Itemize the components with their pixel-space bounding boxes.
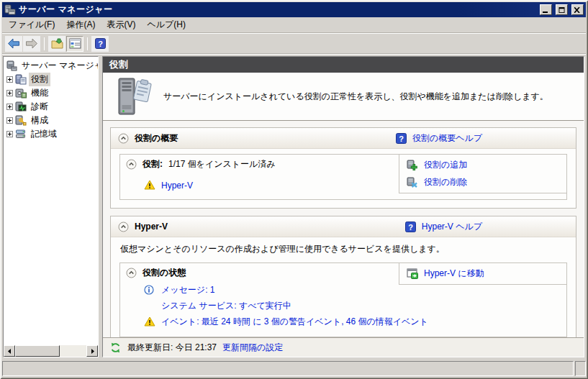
hyperv-description: 仮想マシンとそのリソースの作成および管理に使用できるサービスを提供します。 [111, 237, 576, 257]
help-button[interactable]: ? [91, 36, 109, 52]
hyperv-header: Hyper-V ? Hyper-V ヘルプ [111, 216, 576, 237]
scroll-left-button[interactable] [4, 345, 15, 357]
svg-text:?: ? [408, 222, 413, 231]
hyperv-help-link[interactable]: Hyper-V ヘルプ [422, 221, 482, 233]
maximize-button[interactable] [556, 4, 568, 15]
sidebar-item-features-label: 機能 [29, 86, 50, 100]
storage-icon [15, 129, 27, 140]
roles-count-label: 役割: [143, 158, 163, 170]
features-icon [15, 88, 27, 99]
scroll-right-button[interactable] [86, 345, 98, 357]
tree-horizontal-scrollbar [4, 345, 98, 357]
collapse-chevron-icon[interactable] [126, 268, 137, 278]
expand-plus-icon[interactable] [6, 117, 13, 124]
add-role-link[interactable]: 役割の追加 [424, 159, 467, 171]
status-rows: メッセージ: 1 システム サービス: すべて実行中 イベント: 最近 24 時… [120, 283, 566, 337]
page-description: サーバーにインストールされている役割の正常性を表示し、役割や機能を追加または削除… [163, 91, 548, 103]
status-bar [2, 360, 586, 377]
sidebar-item-diagnostics-label: 診断 [29, 100, 50, 114]
goto-hyperv-action[interactable]: Hyper-V に移動 [407, 268, 559, 280]
roles-count-value: 1/17 個をインストール済み [168, 158, 276, 170]
sidebar-item-storage[interactable]: 記憶域 [4, 127, 97, 141]
expand-plus-icon[interactable] [6, 90, 13, 96]
events-link[interactable]: イベント: 最近 24 時間 に 3 個の警告イベント, 46 個の情報イベント [161, 316, 428, 328]
content-area: 役割の概要 ? 役割の概要ヘルプ [103, 121, 584, 337]
server-manager-window: サーバー マネージャー ファイル(F) 操作(A) 表示(V) ヘルプ(H) [0, 0, 588, 379]
menu-view[interactable]: 表示(V) [101, 17, 141, 33]
forward-button[interactable] [23, 36, 40, 52]
goto-hyperv-icon [407, 268, 418, 279]
expand-plus-icon[interactable] [6, 104, 13, 110]
add-role-action[interactable]: 役割の追加 [407, 159, 559, 171]
tree-root-label: サーバー マネージャー [19, 59, 98, 73]
page-title-bar: 役割 [103, 57, 584, 73]
server-roles-illustration-icon [114, 76, 152, 118]
hyperv-role-link[interactable]: Hyper-V [161, 181, 193, 191]
svg-text:?: ? [399, 134, 404, 142]
console-tree-panel: サーバー マネージャー 役割 [3, 56, 99, 357]
collapse-chevron-icon[interactable] [118, 133, 129, 144]
help-badge-icon: ? [405, 222, 417, 232]
svg-text:?: ? [98, 40, 103, 48]
hyperv-title: Hyper-V [135, 222, 399, 232]
roles-summary-section: 役割の概要 ? 役割の概要ヘルプ [110, 127, 576, 209]
warning-icon [144, 316, 155, 327]
back-button[interactable] [5, 36, 22, 52]
remove-role-link[interactable]: 役割の削除 [424, 176, 467, 188]
roles-box: 役割: 1/17 個をインストール済み Hyper-V [119, 154, 567, 200]
services-row[interactable]: システム サービス: すべて実行中 [144, 300, 566, 312]
roles-summary-title: 役割の概要 [135, 132, 390, 145]
show-hide-console-tree-button[interactable] [48, 36, 65, 52]
last-update-label: 最終更新日: 今日 21:37 [127, 342, 217, 354]
minimize-button[interactable] [540, 4, 552, 15]
goto-hyperv-link[interactable]: Hyper-V に移動 [424, 268, 484, 280]
info-icon [144, 285, 155, 296]
menu-bar: ファイル(F) 操作(A) 表示(V) ヘルプ(H) [2, 17, 586, 32]
collapse-chevron-icon[interactable] [118, 222, 129, 232]
main-area: サーバー マネージャー 役割 [2, 55, 586, 357]
messages-link[interactable]: メッセージ: 1 [161, 284, 214, 296]
toolbar-separator [87, 37, 88, 50]
resize-grip[interactable] [575, 361, 586, 376]
collapse-chevron-icon[interactable] [126, 159, 137, 170]
messages-row[interactable]: メッセージ: 1 [144, 284, 566, 296]
expand-plus-icon[interactable] [6, 131, 13, 137]
menu-help[interactable]: ヘルプ(H) [141, 17, 191, 33]
roles-summary-help[interactable]: ? 役割の概要ヘルプ [396, 132, 482, 145]
sidebar-item-diagnostics[interactable]: 診断 [4, 100, 97, 114]
console-tree-view-button[interactable] [66, 36, 83, 52]
page-description-row: サーバーにインストールされている役割の正常性を表示し、役割や機能を追加または削除… [103, 73, 584, 121]
app-icon [4, 4, 16, 15]
close-button[interactable] [571, 4, 584, 15]
console-tree: サーバー マネージャー 役割 [4, 57, 98, 345]
titlebar: サーバー マネージャー [2, 2, 586, 17]
refresh-icon [110, 342, 122, 353]
remove-role-action[interactable]: 役割の削除 [407, 176, 559, 188]
menu-action[interactable]: 操作(A) [60, 17, 101, 33]
expand-plus-icon[interactable] [6, 76, 13, 83]
sidebar-item-roles-label: 役割 [29, 73, 50, 86]
sidebar-item-configuration-label: 構成 [29, 114, 50, 127]
window-title: サーバー マネージャー [19, 4, 536, 16]
roles-summary-help-link[interactable]: 役割の概要ヘルプ [412, 132, 482, 145]
services-link[interactable]: システム サービス: すべて実行中 [161, 300, 291, 312]
server-manager-icon [6, 60, 17, 71]
menu-file[interactable]: ファイル(F) [3, 17, 60, 33]
sidebar-item-configuration[interactable]: 構成 [4, 114, 97, 127]
scrollbar-thumb[interactable] [15, 345, 60, 357]
events-row[interactable]: イベント: 最近 24 時間 に 3 個の警告イベント, 46 個の情報イベント [144, 316, 566, 328]
hyperv-section: Hyper-V ? Hyper-V ヘルプ 仮想マシンとそのリソースの作成および… [110, 216, 576, 337]
sidebar-item-features[interactable]: 機能 [4, 86, 97, 100]
hyperv-help[interactable]: ? Hyper-V ヘルプ [405, 221, 482, 233]
sidebar-item-storage-label: 記憶域 [29, 127, 59, 141]
roles-actions-box: 役割の追加 役割の削除 [399, 154, 567, 193]
roles-summary-header: 役割の概要 ? 役割の概要ヘルプ [111, 128, 576, 149]
sidebar-item-roles[interactable]: 役割 [4, 73, 97, 86]
configuration-icon [15, 115, 27, 126]
warning-icon [144, 180, 155, 191]
tree-root-server-manager[interactable]: サーバー マネージャー [4, 59, 97, 73]
help-badge-icon: ? [396, 133, 407, 144]
refresh-interval-settings-link[interactable]: 更新間隔の設定 [222, 342, 283, 354]
diagnostics-icon [15, 101, 27, 112]
scrollbar-track[interactable] [15, 345, 86, 357]
